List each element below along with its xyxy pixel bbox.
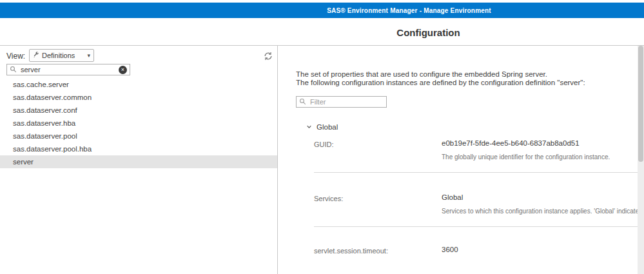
field-row-services: Services: Global Services to which this … bbox=[314, 173, 638, 215]
app-banner-title: SAS® Environment Manager - Manage Enviro… bbox=[327, 7, 491, 14]
field-label: servlet.session.timeout: bbox=[314, 245, 442, 255]
field-description: Services to which this configuration ins… bbox=[442, 208, 638, 215]
chevron-down-icon: ▾ bbox=[87, 52, 90, 59]
definition-description-line2: The following configuration instances ar… bbox=[296, 79, 635, 87]
clear-search-icon[interactable]: × bbox=[119, 66, 127, 74]
view-selector-dropdown[interactable]: Definitions ▾ bbox=[29, 49, 94, 62]
field-row-servlet-session-timeout: servlet.session.timeout: 3600 bbox=[314, 227, 638, 255]
list-item-sas-dataserver-conf[interactable]: sas.dataserver.conf bbox=[0, 104, 277, 117]
field-description: The globally unique identifier for the c… bbox=[442, 153, 638, 161]
field-value: e0b19e7f-5fde-4ee5-b640-6837ab8a0d51 bbox=[442, 139, 638, 148]
chevron-down-icon bbox=[306, 123, 312, 131]
configuration-detail-panel: The set of properties that are used to c… bbox=[278, 46, 638, 274]
instances-filter-input[interactable] bbox=[309, 97, 384, 106]
list-item-sas-cache-server[interactable]: sas.cache.server bbox=[0, 78, 277, 91]
list-item-label: sas.dataserver.common bbox=[13, 93, 92, 101]
page-title: Configuration bbox=[213, 27, 644, 38]
instance-fields: GUID: e0b19e7f-5fde-4ee5-b640-6837ab8a0d… bbox=[314, 136, 638, 255]
list-item-sas-dataserver-pool-hba[interactable]: sas.dataserver.pool.hba bbox=[0, 142, 277, 155]
field-label: Services: bbox=[314, 193, 442, 202]
list-item-server[interactable]: server bbox=[0, 155, 277, 168]
global-section-toggle[interactable]: Global bbox=[306, 123, 338, 131]
search-icon bbox=[10, 64, 17, 75]
definition-description: The set of properties that are used to c… bbox=[296, 70, 635, 87]
refresh-icon[interactable] bbox=[263, 51, 273, 61]
search-icon bbox=[299, 96, 306, 108]
list-item-label: sas.dataserver.conf bbox=[13, 106, 77, 114]
page-header: Configuration bbox=[0, 18, 644, 46]
list-item-sas-dataserver-pool[interactable]: sas.dataserver.pool bbox=[0, 130, 277, 142]
list-item-label: sas.dataserver.hba bbox=[13, 119, 75, 127]
list-item-label: server bbox=[13, 158, 34, 166]
list-item-sas-dataserver-common[interactable]: sas.dataserver.common bbox=[0, 91, 277, 104]
list-item-label: sas.cache.server bbox=[13, 81, 69, 88]
definitions-search-box: × bbox=[6, 64, 130, 75]
vertical-scrollbar[interactable] bbox=[638, 46, 644, 274]
app-banner: SAS® Environment Manager - Manage Enviro… bbox=[0, 3, 644, 18]
field-label: GUID: bbox=[314, 139, 442, 148]
field-value: Global bbox=[442, 193, 638, 202]
definition-description-line1: The set of properties that are used to c… bbox=[296, 70, 635, 79]
wrench-icon bbox=[33, 52, 39, 59]
definitions-panel: View: Definitions ▾ × sas.cache.server s… bbox=[0, 46, 278, 274]
view-label: View: bbox=[6, 52, 25, 61]
field-value: 3600 bbox=[442, 245, 638, 254]
list-item-label: sas.dataserver.pool.hba bbox=[13, 145, 92, 153]
global-section-title: Global bbox=[317, 123, 338, 131]
list-item-sas-dataserver-hba[interactable]: sas.dataserver.hba bbox=[0, 117, 277, 130]
definitions-search-input[interactable] bbox=[19, 65, 116, 74]
scrollbar-thumb[interactable] bbox=[638, 46, 643, 162]
field-row-guid: GUID: e0b19e7f-5fde-4ee5-b640-6837ab8a0d… bbox=[314, 136, 638, 161]
definitions-list: sas.cache.server sas.dataserver.common s… bbox=[0, 78, 277, 168]
list-item-label: sas.dataserver.pool bbox=[13, 132, 77, 140]
instances-filter-box bbox=[296, 96, 387, 108]
view-selector-value: Definitions bbox=[42, 52, 75, 59]
